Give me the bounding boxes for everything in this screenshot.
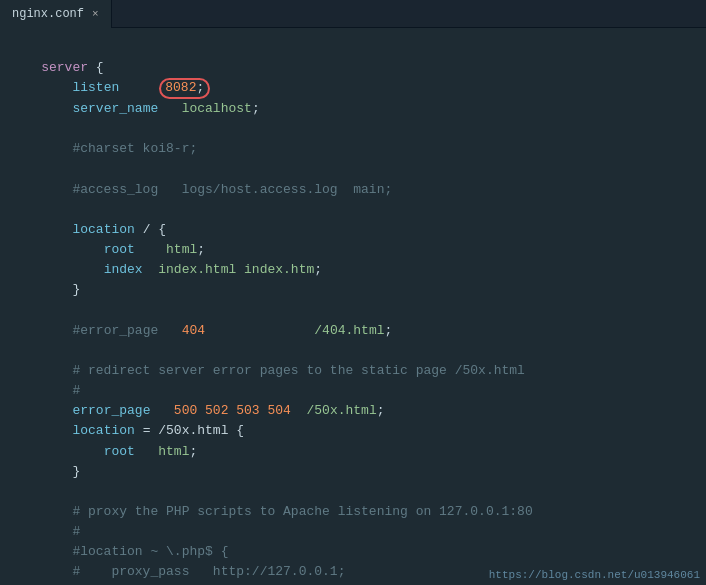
line-comment-location-php: #location ~ \.php$ {: [0, 542, 706, 562]
line-root: root html;: [0, 240, 706, 260]
line-comment-hash: #: [0, 381, 706, 401]
line-server-name: server_name localhost;: [0, 99, 706, 119]
line-error-page-404: #error_page 404 /404.html;: [0, 321, 706, 341]
code-area: server { listen 8082; server_name localh…: [0, 28, 706, 585]
line-error-page-50x: error_page 500 502 503 504 /50x.html;: [0, 401, 706, 421]
line-blank-5: [0, 301, 706, 321]
line-comment-access-log: #access_log logs/host.access.log main;: [0, 180, 706, 200]
line-blank-7: [0, 482, 706, 502]
tab-filename: nginx.conf: [12, 7, 84, 21]
line-location-50x-open: location = /50x.html {: [0, 421, 706, 441]
line-blank-1: [0, 38, 706, 58]
line-location-open: location / {: [0, 220, 706, 240]
line-comment-proxy-php: # proxy the PHP scripts to Apache listen…: [0, 502, 706, 522]
line-server-open: server {: [0, 58, 706, 78]
line-comment-redirect: # redirect server error pages to the sta…: [0, 361, 706, 381]
line-root-html: root html;: [0, 442, 706, 462]
url-bar: https://blog.csdn.net/u013946061: [489, 569, 700, 581]
line-blank-2: [0, 119, 706, 139]
line-index: index index.html index.htm;: [0, 260, 706, 280]
tab-close-icon[interactable]: ×: [92, 8, 99, 20]
line-comment-charset: #charset koi8-r;: [0, 139, 706, 159]
url-text: https://blog.csdn.net/u013946061: [489, 569, 700, 581]
line-blank-4: [0, 200, 706, 220]
tab-bar: nginx.conf ×: [0, 0, 706, 28]
line-blank-6: [0, 341, 706, 361]
line-location-50x-close: }: [0, 462, 706, 482]
line-blank-3: [0, 160, 706, 180]
line-location-close: }: [0, 280, 706, 300]
line-comment-hash2: #: [0, 522, 706, 542]
tab-nginx-conf[interactable]: nginx.conf ×: [0, 0, 112, 28]
line-listen: listen 8082;: [0, 78, 706, 99]
